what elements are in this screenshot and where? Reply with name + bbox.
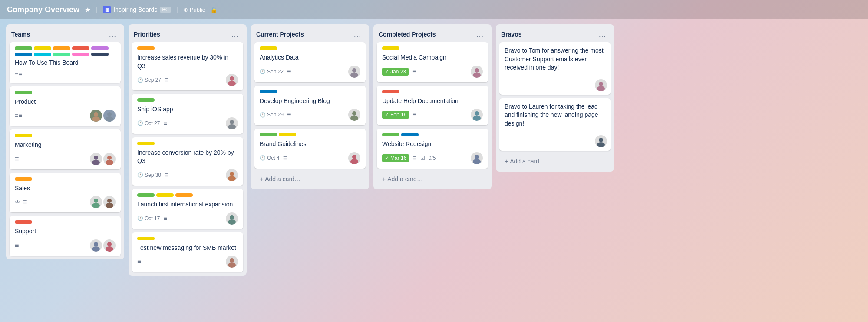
column-title-bravos: Bravos [501,31,521,38]
svg-point-11 [106,203,113,208]
card-footer: 🕐 Sep 27 ≡ [137,74,238,86]
card-meta: 🕐 Sep 22 ≡ [260,68,291,76]
card-social-media[interactable]: Social Media Campaign ✓ Jan 23 ≡ [377,42,488,82]
card-labels [15,46,116,50]
card-support[interactable]: Support ≡ [10,216,121,256]
lines-icon: ≡ [163,215,167,222]
card-bravo-tom[interactable]: Bravo to Tom for answering the most Cust… [499,42,611,95]
column-menu-current[interactable]: … [351,29,364,40]
card-test-messaging[interactable]: Test new messaging for SMB market ≡ [132,232,243,272]
svg-point-12 [94,242,98,246]
board-title: Company Overview [7,5,79,14]
add-card-completed[interactable]: + Add a card… [377,172,488,186]
svg-point-7 [106,160,113,165]
card-footer: 🕐 Oct 17 ≡ [137,212,238,225]
avatar [226,169,238,181]
card-increase-conversion[interactable]: Increase conversion rate by 20% by Q3 🕐 … [132,137,243,186]
card-labels [382,133,483,136]
svg-point-22 [230,215,234,219]
workspace-link[interactable]: ▦ Inspiring Boards BC [103,6,171,13]
svg-point-4 [94,156,98,160]
card-title: How To Use This Board [15,59,116,67]
card-engineering-blog[interactable]: Develop Engineering Blog 🕐 Sep 29 ≡ [254,86,366,126]
lines-icon: ≡ [163,120,167,127]
svg-point-13 [92,246,100,252]
avatar [226,74,238,86]
card-meta: 🕐 Sep 27 ≡ [137,76,168,84]
card-launch-expansion[interactable]: Launch first international expansion 🕐 O… [132,189,243,229]
card-brand-guidelines[interactable]: Brand Guidelines 🕐 Oct 4 ≡ [254,129,366,169]
svg-point-21 [228,176,236,181]
lines-icon: ≡ [15,155,19,163]
card-footer: ≡ [137,256,238,268]
column-cards-teams: How To Use This Board ≡ Product ≡ [6,42,124,259]
card-website-redesign[interactable]: Website Redesign ✓ Mar 16 ≡ ☑ 0/5 [377,129,488,169]
card-labels [15,91,116,94]
clock-icon: 🕐 [137,216,143,221]
check-icon: ✓ [385,112,389,118]
avatar [103,239,116,252]
card-increase-sales[interactable]: Increase sales revenue by 30% in Q3 🕐 Se… [132,42,243,90]
avatar [595,79,607,91]
column-header-current: Current Projects … [251,24,369,42]
workspace-name: Inspiring Boards [113,6,157,13]
card-labels-2 [15,53,116,56]
svg-point-15 [106,246,113,252]
card-marketing[interactable]: Marketing ≡ [10,129,121,169]
svg-point-0 [94,112,98,116]
card-avatars [471,66,483,78]
card-footer: 🕐 Sep 30 ≡ [137,169,238,181]
card-meta: ✓ Mar 16 ≡ ☑ 0/5 [382,154,436,162]
card-avatars [348,66,360,78]
svg-point-6 [107,156,112,160]
column-title-teams: Teams [11,31,30,38]
board: Teams … How To [0,19,868,322]
card-date: 🕐 Oct 17 [137,216,160,222]
column-menu-bravos[interactable]: … [596,29,609,40]
svg-point-2 [107,112,112,116]
add-card-current[interactable]: + Add a card… [254,172,366,186]
card-meta: 🕐 Sep 29 ≡ [260,111,291,119]
card-title: Ship iOS app [137,105,238,114]
card-product[interactable]: Product ≡ [10,86,121,126]
svg-point-41 [597,142,605,147]
card-help-docs[interactable]: Update Help Documentation ✓ Feb 16 ≡ [377,86,488,126]
card-how-to-use[interactable]: How To Use This Board ≡ [10,42,121,83]
card-labels [260,133,360,136]
card-labels [260,90,360,93]
card-labels [15,177,116,181]
column-current-projects: Current Projects … Analytics Data 🕐 Sep … [251,24,369,189]
svg-point-33 [473,73,481,78]
card-title: Bravo to Tom for answering the most Cust… [505,46,605,72]
visibility-button[interactable]: ⊕ Public [183,7,205,13]
column-cards-current: Analytics Data 🕐 Sep 22 ≡ [251,42,369,189]
column-menu-priorities[interactable]: … [228,29,241,40]
card-avatars [471,152,483,164]
column-menu-teams[interactable]: … [106,29,119,40]
column-priorities: Priorities … Increase sales revenue by 3… [129,24,247,276]
lines-icon: ≡ [165,171,168,179]
card-footer: ≡ [15,110,116,122]
card-avatars [226,74,238,86]
card-title: Website Redesign [382,140,483,149]
card-ship-ios[interactable]: Ship iOS app 🕐 Oct 27 ≡ [132,94,243,134]
card-meta: ✓ Jan 23 ≡ [382,68,416,76]
star-icon[interactable]: ★ [85,6,91,14]
eye-icon: 👁 [15,199,20,206]
card-labels [137,193,238,197]
svg-point-3 [106,116,113,122]
column-menu-completed[interactable]: … [473,29,486,40]
card-sales[interactable]: Sales 👁 ≡ [10,173,121,213]
card-bravo-lauren[interactable]: Bravo to Lauren for taking the lead and … [499,98,611,151]
board-header: Company Overview ★ | ▦ Inspiring Boards … [0,0,868,19]
card-date: 🕐 Sep 22 [260,69,284,75]
card-analytics-data[interactable]: Analytics Data 🕐 Sep 22 ≡ [254,42,366,82]
svg-point-28 [352,111,356,116]
add-card-bravos[interactable]: + Add a card… [499,154,611,168]
svg-point-23 [228,219,236,225]
avatar [226,212,238,225]
card-title: Launch first international expansion [137,200,238,209]
clock-icon: 🕐 [137,77,143,83]
card-labels [137,98,238,102]
avatar [348,152,360,164]
